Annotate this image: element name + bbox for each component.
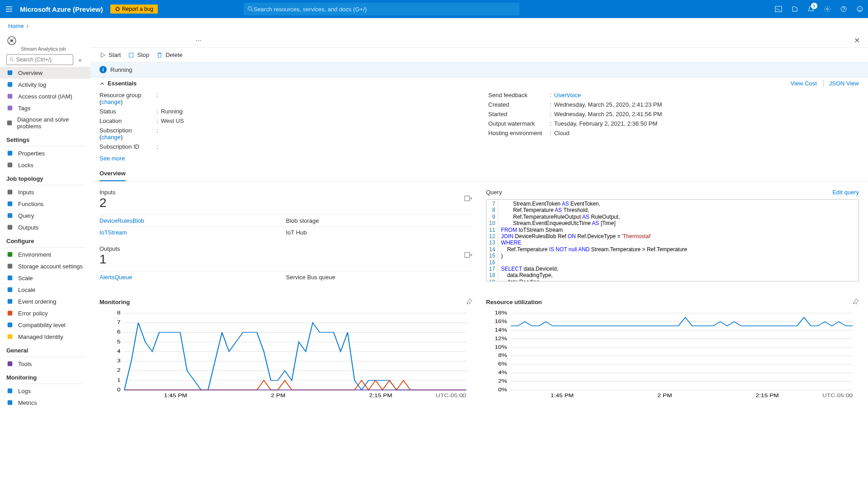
breadcrumb-home[interactable]: Home xyxy=(8,23,24,29)
command-bar: Start Stop Delete xyxy=(90,48,868,62)
svg-rect-28 xyxy=(8,311,13,316)
notifications-icon[interactable]: 1 xyxy=(807,5,816,14)
add-input-button[interactable] xyxy=(464,195,472,204)
query-editor[interactable]: 78910111213141516171819 Stream.EventToke… xyxy=(486,199,859,282)
help-icon[interactable]: ? xyxy=(839,5,848,14)
fn-icon xyxy=(6,200,14,207)
svg-rect-19 xyxy=(8,190,13,195)
in-icon xyxy=(6,188,14,196)
env-icon xyxy=(6,251,14,258)
chevron-right-icon: › xyxy=(27,23,28,29)
sidebar-item-storage-account-settings[interactable]: Storage account settings xyxy=(0,260,90,272)
svg-rect-16 xyxy=(7,121,12,126)
report-bug-label: Report a bug xyxy=(122,6,153,12)
search-icon xyxy=(9,57,14,62)
sidebar-item-environment[interactable]: Environment xyxy=(0,249,90,260)
view-cost-link[interactable]: View Cost xyxy=(790,80,816,87)
settings-icon[interactable] xyxy=(823,5,832,14)
more-menu-button[interactable]: ⋯ xyxy=(190,37,207,44)
sidebar-item-logs[interactable]: Logs xyxy=(0,385,90,397)
global-search[interactable] xyxy=(244,3,519,15)
sidebar-item-scale[interactable]: Scale xyxy=(0,272,90,284)
gear-icon xyxy=(6,263,14,270)
cloud-shell-icon[interactable] xyxy=(774,5,783,14)
svg-text:2%: 2% xyxy=(498,379,507,384)
inputs-title: Inputs xyxy=(99,189,115,196)
pin-monitoring-button[interactable] xyxy=(466,298,472,306)
tab-overview[interactable]: Overview xyxy=(99,166,126,181)
report-bug-button[interactable]: Report a bug xyxy=(110,5,158,14)
lock-icon xyxy=(6,161,14,169)
sidebar-item-properties[interactable]: Properties xyxy=(0,147,90,159)
sidebar-item-diagnose-and-solve-problems[interactable]: Diagnose and solve problems xyxy=(0,114,90,132)
svg-rect-24 xyxy=(8,264,13,269)
essentials-row: Resource group (change): xyxy=(99,90,470,107)
change-link[interactable]: change xyxy=(101,134,121,141)
close-blade-button[interactable]: ✕ xyxy=(849,36,864,45)
global-search-input[interactable] xyxy=(254,6,516,13)
top-bar: Microsoft Azure (Preview) Report a bug 1… xyxy=(0,0,868,18)
sidebar-search-input[interactable] xyxy=(16,56,70,63)
io-link[interactable]: IoTStream xyxy=(99,229,286,236)
svg-text:?: ? xyxy=(842,7,845,12)
edit-query-link[interactable]: Edit query xyxy=(832,189,859,196)
svg-rect-35 xyxy=(465,196,470,201)
sidebar-item-error-policy[interactable]: Error policy xyxy=(0,307,90,319)
order-icon xyxy=(6,298,14,305)
collapse-sidebar-button[interactable]: « xyxy=(76,56,84,64)
sidebar-item-managed-identity[interactable]: Managed Identity xyxy=(0,331,90,343)
err-icon xyxy=(6,310,14,317)
add-output-button[interactable] xyxy=(464,251,472,261)
delete-button[interactable]: Delete xyxy=(156,52,183,58)
json-view-link[interactable]: JSON View xyxy=(823,80,859,87)
sidebar-item-functions[interactable]: Functions xyxy=(0,198,90,210)
io-link[interactable]: AlertsQueue xyxy=(99,274,286,281)
svg-rect-17 xyxy=(8,151,13,156)
metrics-icon xyxy=(6,399,14,406)
essentials-row: Subscription (change): xyxy=(99,126,470,142)
inputs-count: 2 xyxy=(99,196,115,210)
svg-text:8: 8 xyxy=(117,310,121,316)
start-button[interactable]: Start xyxy=(99,52,121,58)
inputs-outputs-pane: Inputs 2 DeviceRulesBlobBlob storageIoTS… xyxy=(99,189,472,290)
sidebar-item-access-control-iam-[interactable]: Access control (IAM) xyxy=(0,90,90,102)
feedback-icon[interactable] xyxy=(855,5,864,14)
svg-rect-21 xyxy=(8,213,13,218)
stop-button[interactable]: Stop xyxy=(128,52,149,58)
outputs-count: 1 xyxy=(99,252,120,267)
svg-rect-22 xyxy=(8,225,13,230)
essentials-header[interactable]: Essentials View Cost JSON View xyxy=(90,77,868,89)
sidebar-item-locks[interactable]: Locks xyxy=(0,159,90,171)
change-link[interactable]: change xyxy=(101,99,121,105)
io-row: AlertsQueueService Bus queue xyxy=(99,271,472,283)
sidebar-item-tools[interactable]: Tools xyxy=(0,358,90,370)
sidebar-item-compatibility-level[interactable]: Compatibility level xyxy=(0,319,90,331)
io-link[interactable]: DeviceRulesBlob xyxy=(99,217,286,224)
sidebar-item-inputs[interactable]: Inputs xyxy=(0,186,90,198)
blade-titlebar: ⋯ ✕ xyxy=(90,33,868,48)
sidebar-item-activity-log[interactable]: Activity log xyxy=(0,79,90,90)
essentials-row: Subscription ID: xyxy=(99,142,470,151)
sidebar-item-metrics[interactable]: Metrics xyxy=(0,397,90,408)
hamburger-icon[interactable] xyxy=(4,4,14,14)
see-more-link[interactable]: See more xyxy=(99,155,125,162)
sidebar-item-outputs[interactable]: Outputs xyxy=(0,221,90,233)
sidebar-item-overview[interactable]: Overview xyxy=(0,67,90,79)
sidebar-item-query[interactable]: Query xyxy=(0,210,90,221)
svg-point-7 xyxy=(859,8,859,9)
log-icon xyxy=(6,81,14,88)
sidebar-item-locale[interactable]: Locale xyxy=(0,284,90,296)
svg-rect-14 xyxy=(8,94,13,99)
pin-resource-button[interactable] xyxy=(853,298,859,306)
essentials-row: Hosting environment:Cloud xyxy=(488,128,859,138)
sidebar-item-event-ordering[interactable]: Event ordering xyxy=(0,296,90,307)
sidebar-search[interactable] xyxy=(6,54,73,65)
svg-text:6%: 6% xyxy=(498,361,507,367)
svg-rect-26 xyxy=(8,287,13,292)
essentials-label: Essentials xyxy=(108,80,137,87)
query-title: Query xyxy=(486,189,502,196)
svg-rect-34 xyxy=(129,53,133,57)
svg-text:0%: 0% xyxy=(498,387,507,393)
directory-icon[interactable] xyxy=(790,5,799,14)
sidebar-item-tags[interactable]: Tags xyxy=(0,102,90,114)
